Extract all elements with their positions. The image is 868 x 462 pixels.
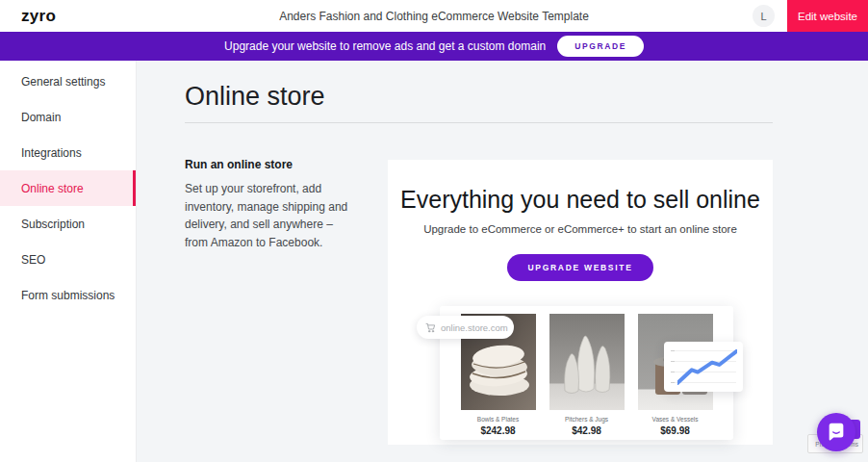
upgrade-button[interactable]: UPGRADE [557, 36, 644, 57]
settings-sidebar: General settings Domain Integrations Onl… [0, 61, 137, 462]
chat-bubble-icon [826, 422, 847, 443]
page-title: Online store [185, 82, 325, 112]
intro-body: Set up your storefront, add inventory, m… [185, 180, 353, 251]
zyro-logo[interactable]: zyro [21, 7, 56, 26]
product-card: Pitchers & Jugs $42.98 [549, 314, 625, 440]
user-avatar[interactable]: L [753, 5, 775, 27]
product-image-pitchers [549, 314, 625, 410]
sales-chart-card [664, 342, 743, 392]
sidebar-item-seo[interactable]: SEO [0, 242, 136, 277]
sales-line-chart [677, 349, 737, 386]
top-bar: zyro Anders Fashion and Clothing eCommer… [0, 0, 868, 32]
upgrade-website-button[interactable]: UPGRADE WEBSITE [507, 254, 652, 281]
chat-button[interactable] [817, 413, 855, 451]
product-name: Bowls & Plates [461, 416, 536, 423]
main-content: Online store Run an online store Set up … [137, 61, 868, 462]
sidebar-item-domain[interactable]: Domain [0, 99, 136, 135]
product-name: Vases & Vessels [638, 416, 713, 423]
intro-column: Run an online store Set up your storefro… [185, 158, 353, 251]
sidebar-item-online-store[interactable]: Online store [0, 170, 136, 206]
upgrade-banner: Upgrade your website to remove ads and g… [0, 32, 868, 61]
settings-layout: General settings Domain Integrations Onl… [0, 61, 868, 462]
edit-website-button[interactable]: Edit website [787, 0, 868, 32]
promo-subheading: Upgrade to eCommerce or eCommerce+ to st… [388, 223, 773, 235]
upgrade-banner-text: Upgrade your website to remove ads and g… [224, 39, 546, 53]
sidebar-item-general-settings[interactable]: General settings [0, 64, 136, 99]
promo-heading: Everything you need to sell online [388, 186, 773, 214]
sidebar-item-form-submissions[interactable]: Form submissions [0, 277, 136, 313]
intro-heading: Run an online store [185, 158, 353, 171]
product-price: $69.98 [638, 425, 713, 436]
product-price: $242.98 [461, 425, 536, 436]
store-url-text: online.store.com [441, 322, 508, 333]
store-url-pill: online.store.com [417, 316, 514, 339]
ecommerce-promo-card: Everything you need to sell online Upgra… [388, 160, 773, 445]
product-name: Pitchers & Jugs [549, 416, 625, 423]
cart-icon [425, 322, 436, 333]
site-title: Anders Fashion and Clothing eCommerce We… [0, 10, 868, 23]
sidebar-item-subscription[interactable]: Subscription [0, 206, 136, 242]
title-divider [185, 122, 773, 123]
product-price: $42.98 [549, 425, 625, 436]
sidebar-item-integrations[interactable]: Integrations [0, 135, 136, 170]
mini-chart-line [677, 351, 737, 383]
